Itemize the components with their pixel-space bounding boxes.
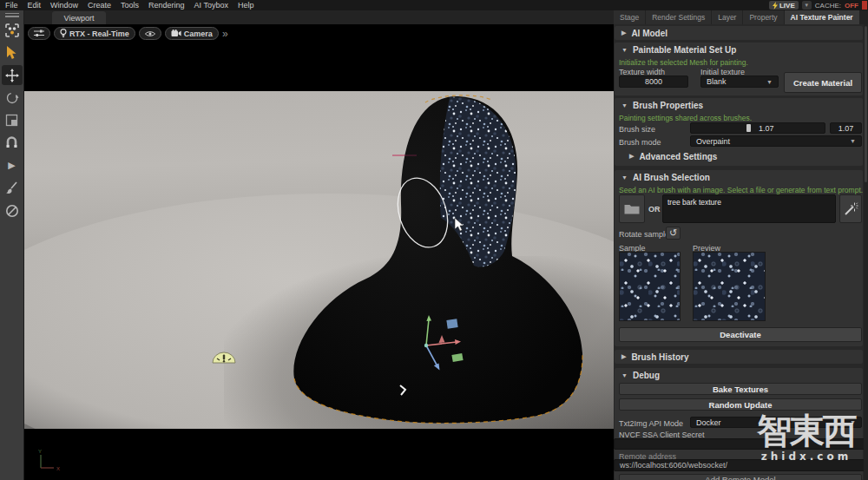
scale-tool[interactable]: [2, 110, 23, 130]
collapse-arrow-icon: ▶: [629, 153, 634, 160]
menu-help[interactable]: Help: [238, 1, 254, 10]
renderer-select-button[interactable]: RTX - Real-Time: [54, 27, 135, 40]
render-scene[interactable]: [24, 91, 614, 429]
viewport-3d[interactable]: RTX - Real-Time Camera »: [24, 24, 614, 480]
cursor-arrow-icon: [6, 46, 18, 60]
toolbar-expand-icon[interactable]: »: [222, 29, 228, 39]
section-paintable-header[interactable]: ▼ Paintable Material Set Up: [615, 43, 863, 56]
nvcf-secret-input[interactable]: [614, 438, 868, 450]
brush-size-field[interactable]: 1.07: [830, 122, 862, 134]
paintable-hint: Initialize the selected Mesh for paintin…: [619, 58, 748, 67]
panel-scrollbar[interactable]: [864, 24, 868, 480]
toolbar-grip-icon[interactable]: [5, 13, 19, 17]
snap-tool[interactable]: [2, 133, 23, 153]
brush-size-label: Brush size: [619, 125, 655, 134]
viewport-settings-button[interactable]: [28, 27, 50, 40]
tab-viewport[interactable]: Viewport: [52, 11, 106, 24]
tab-property[interactable]: Property: [743, 10, 783, 24]
tab-stage[interactable]: Stage: [614, 10, 645, 24]
viewport-tab-label: Viewport: [64, 14, 95, 23]
record-indicator-icon: [862, 1, 867, 10]
axis-helper: Y X: [33, 448, 62, 474]
section-brush-properties-header[interactable]: ▼ Brush Properties: [615, 98, 863, 112]
menu-ai-toybox[interactable]: AI Toybox: [194, 1, 228, 10]
scrollbar-thumb[interactable]: [865, 26, 867, 182]
tab-render-settings[interactable]: Render Settings: [646, 10, 711, 24]
live-label: LIVE: [779, 2, 795, 10]
add-remote-model-button[interactable]: Add Remote Model: [619, 474, 862, 480]
paint-brush-tool[interactable]: [2, 178, 23, 198]
brush-mode-label: Brush mode: [619, 138, 661, 147]
menu-create[interactable]: Create: [88, 1, 111, 10]
section-debug-header[interactable]: ▼ Debug: [615, 368, 863, 382]
camera-icon: [171, 30, 181, 37]
expand-arrow-icon: ▼: [621, 372, 628, 378]
random-update-button[interactable]: Random Update: [619, 398, 862, 411]
menu-tools[interactable]: Tools: [121, 1, 139, 10]
live-dropdown-button[interactable]: ▼: [802, 1, 812, 10]
menu-edit[interactable]: Edit: [28, 1, 42, 10]
menu-file[interactable]: File: [5, 1, 18, 10]
generate-button[interactable]: [839, 194, 862, 223]
section-title: AI Brush Selection: [633, 173, 710, 182]
brush-size-slider[interactable]: 1.07: [690, 122, 825, 134]
prohibition-icon: [5, 204, 19, 218]
cursor-select-tool[interactable]: [2, 43, 23, 62]
sliders-icon: [34, 30, 44, 37]
chevron-down-icon: ▼: [850, 419, 856, 425]
section-title: Paintable Material Set Up: [633, 45, 736, 55]
chevron-down-icon: ▼: [804, 3, 809, 8]
remote-address-input[interactable]: ws://localhost:6060/websocket/: [614, 459, 868, 471]
panel-body: ▶ AI Model ▼ Paintable Material Set Up I…: [614, 24, 868, 480]
collapse-arrow-icon: ▶: [621, 30, 626, 36]
visibility-button[interactable]: [139, 27, 161, 40]
menu-rendering[interactable]: Rendering: [148, 1, 185, 10]
tab-layer[interactable]: Layer: [712, 10, 742, 24]
advanced-settings-header[interactable]: ▶ Advanced Settings: [622, 149, 724, 163]
api-mode-dropdown[interactable]: Docker ▼: [690, 417, 862, 428]
section-ai-model-header[interactable]: ▶ AI Model: [615, 26, 863, 40]
viewport-tabstrip: Viewport: [24, 10, 614, 24]
selection-mode-tool[interactable]: [2, 20, 23, 40]
open-file-button[interactable]: [619, 194, 645, 223]
section-title: Debug: [633, 371, 660, 380]
brush-mode-dropdown[interactable]: Overpaint ▼: [690, 135, 862, 147]
disable-tool[interactable]: [2, 201, 23, 220]
warning-light-icon: [213, 352, 235, 363]
renderer-label: RTX - Real-Time: [69, 30, 129, 38]
rotate-tool[interactable]: [2, 88, 23, 108]
create-material-button[interactable]: Create Material: [784, 72, 862, 93]
rotate-sample-button[interactable]: ↺: [666, 227, 681, 240]
slider-handle[interactable]: [746, 124, 751, 132]
section-brush-history: ▶ Brush History: [615, 350, 863, 364]
section-title: AI Model: [631, 29, 667, 38]
menu-window[interactable]: Window: [50, 1, 78, 10]
brush-properties-hint: Painting settings shared across brushes.: [619, 114, 752, 122]
rotate-orbit-icon: [5, 91, 19, 105]
texture-width-input[interactable]: 8000: [619, 76, 688, 88]
axis-y-label: Y: [38, 449, 42, 454]
right-panel: Stage Render Settings Layer Property AI …: [614, 10, 868, 480]
scene-overlay: [24, 91, 614, 429]
camera-select-button[interactable]: Camera: [165, 27, 219, 40]
initial-texture-dropdown[interactable]: Blank ▼: [700, 76, 779, 88]
section-brush-history-header[interactable]: ▶ Brush History: [615, 350, 863, 364]
play-tool[interactable]: ▶: [2, 155, 23, 175]
section-ai-model: ▶ AI Model: [615, 26, 863, 40]
viewport-toolbar: RTX - Real-Time Camera »: [28, 27, 228, 40]
section-title: Advanced Settings: [639, 152, 717, 161]
move-tool[interactable]: [2, 65, 23, 85]
section-ai-brush-header[interactable]: ▼ AI Brush Selection: [615, 170, 863, 184]
bake-textures-button[interactable]: Bake Textures: [619, 383, 862, 395]
panel-tabbar: Stage Render Settings Layer Property AI …: [614, 10, 868, 24]
brush-size-slider-value: 1.07: [759, 123, 774, 133]
live-sync-button[interactable]: LIVE: [769, 1, 799, 10]
axis-x-label: X: [56, 466, 60, 471]
tab-ai-texture-painter[interactable]: AI Texture Painter: [785, 10, 859, 24]
lightning-bolt-icon: [773, 2, 778, 10]
section-title: Brush Properties: [633, 101, 703, 110]
move-crosshair-icon: [5, 69, 19, 82]
expand-arrow-icon: ▼: [621, 102, 628, 108]
prompt-text-input[interactable]: tree bark texture: [662, 194, 836, 223]
deactivate-button[interactable]: Deactivate: [619, 327, 862, 342]
